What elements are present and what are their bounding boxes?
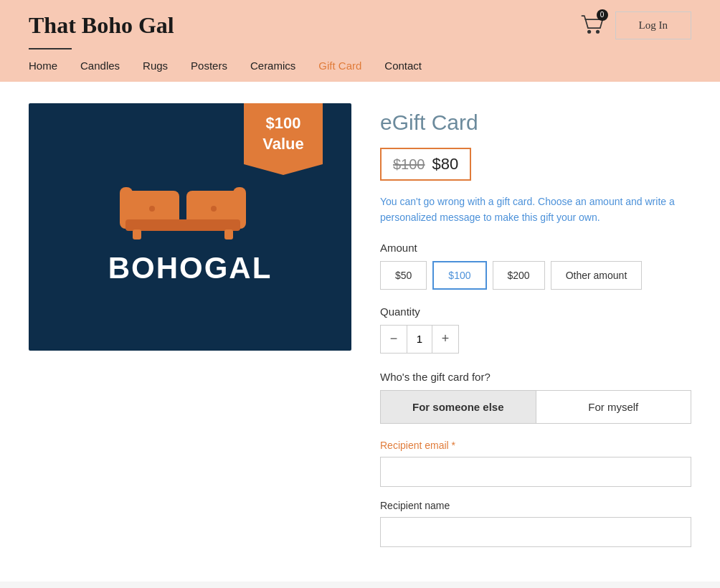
amount-200[interactable]: $200 [493, 261, 545, 290]
svg-rect-7 [133, 229, 141, 240]
gift-for-label: Who's the gift card for? [380, 371, 691, 383]
svg-point-0 [587, 29, 591, 33]
product-image: BOHOGAL $100 Value [29, 103, 351, 351]
site-title: That Boho Gal [29, 12, 174, 39]
gift-for-buttons: For someone else For myself [380, 390, 691, 424]
quantity-increase[interactable]: + [432, 326, 458, 353]
quantity-label: Quantity [380, 305, 691, 318]
amount-50[interactable]: $50 [380, 261, 427, 290]
header-right: 0 Log In [579, 11, 691, 39]
brand-text: BOHOGAL [108, 251, 273, 285]
nav-candles[interactable]: Candles [80, 60, 120, 72]
gift-for-myself[interactable]: For myself [536, 390, 692, 424]
price-original: $100 [393, 156, 425, 173]
quantity-value: 1 [407, 326, 432, 353]
header: That Boho Gal 0 Log In Home Candles Rugs… [0, 0, 720, 82]
gift-for-section: Who's the gift card for? For someone els… [380, 371, 691, 424]
nav-home[interactable]: Home [29, 60, 57, 72]
price-sale: $80 [432, 155, 459, 174]
product-title: eGift Card [380, 110, 691, 135]
svg-point-9 [149, 206, 155, 212]
quantity-decrease[interactable]: − [381, 326, 407, 353]
svg-rect-8 [224, 229, 233, 240]
recipient-email-label: Recipient email * [380, 440, 691, 451]
navigation: Home Candles Rugs Posters Ceramics Gift … [29, 49, 691, 82]
gift-for-someone-else[interactable]: For someone else [380, 390, 536, 424]
product-description: You can't go wrong with a gift card. Cho… [380, 194, 691, 226]
product-image-wrap: BOHOGAL $100 Value [29, 103, 351, 560]
amount-label: Amount [380, 242, 691, 254]
nav-posters[interactable]: Posters [191, 60, 227, 72]
price-box: $100 $80 [380, 148, 471, 181]
header-top: That Boho Gal 0 Log In [29, 11, 691, 48]
couch-icon [118, 169, 262, 244]
quantity-wrap: − 1 + [380, 325, 459, 354]
svg-point-10 [211, 206, 217, 212]
amount-buttons: $50 $100 $200 Other amount [380, 261, 691, 290]
nav-ceramics[interactable]: Ceramics [250, 60, 295, 72]
nav-giftcard[interactable]: Gift Card [318, 60, 361, 72]
recipient-name-input[interactable] [380, 517, 691, 547]
login-button[interactable]: Log In [615, 11, 691, 39]
svg-point-1 [596, 29, 600, 33]
cart-icon[interactable]: 0 [579, 12, 604, 39]
amount-100[interactable]: $100 [432, 261, 486, 290]
nav-rugs[interactable]: Rugs [143, 60, 168, 72]
cart-badge: 0 [597, 9, 608, 21]
main-content: BOHOGAL $100 Value eGift Card $100 $80 Y… [0, 82, 720, 582]
svg-rect-6 [125, 219, 240, 231]
ribbon: $100 Value [244, 103, 323, 175]
recipient-email-input[interactable] [380, 457, 691, 487]
nav-contact[interactable]: Contact [384, 60, 422, 72]
recipient-name-label: Recipient name [380, 500, 691, 511]
product-details: eGift Card $100 $80 You can't go wrong w… [380, 103, 691, 560]
amount-other[interactable]: Other amount [551, 261, 643, 290]
